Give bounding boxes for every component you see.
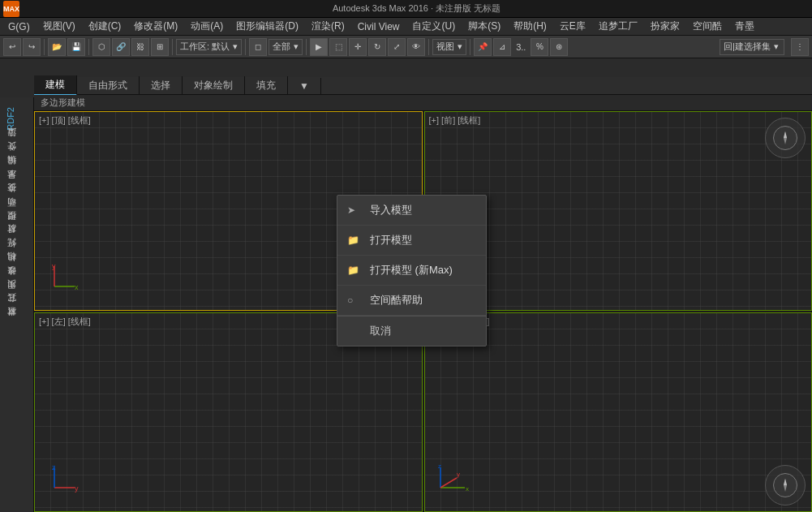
breadcrumb-text: 多边形建模 [41, 97, 85, 109]
sidebar-tab-utility[interactable]: 实用 [2, 290, 32, 303]
menu-item-civil-view[interactable]: Civil View [351, 19, 406, 34]
axes-left: y z [50, 463, 83, 496]
compass-front [765, 118, 806, 158]
ctx-icon-import-model: ➤ [347, 204, 355, 216]
app-logo: MAX [3, 1, 19, 17]
ctx-item-space-help[interactable]: ○空间酷帮助 [337, 286, 486, 316]
snap-btn[interactable]: 📌 [474, 38, 492, 56]
ctx-label-open-model-new: 打开模型 (新Max) [370, 263, 453, 278]
spinner-btn[interactable]: ⊛ [550, 38, 568, 56]
ctx-label-open-model: 打开模型 [370, 233, 412, 247]
sub-tab-object-paint[interactable]: 对象绘制 [183, 76, 245, 95]
menu-item-dreamcraft[interactable]: 追梦工厂 [592, 18, 644, 35]
sub-tab-fill[interactable]: 填充 [245, 76, 288, 95]
sidebar-tab-transform[interactable]: 变换 [2, 193, 32, 206]
sep6 [428, 39, 429, 55]
sub-tab-more[interactable]: ▼ [288, 78, 321, 94]
select-filter-btn[interactable]: ◻ [249, 38, 267, 56]
viewport-label-top: [+] [顶] [线框] [39, 114, 91, 127]
sidebar-tab-camera[interactable]: 相机 [2, 262, 32, 275]
bind-btn[interactable]: ⊞ [151, 38, 169, 56]
menu-item-view[interactable]: 视图(V) [37, 18, 82, 35]
view-btn[interactable]: 👁 [407, 38, 425, 56]
ctx-item-import-model[interactable]: ➤导入模型 [337, 196, 486, 226]
sidebar-tab-other[interactable]: 其它 [2, 303, 32, 316]
sep5 [306, 39, 307, 55]
angle-snap-btn[interactable]: ⊿ [493, 38, 511, 56]
sub-tab-freeform[interactable]: 自由形式 [77, 76, 140, 95]
ctx-label-cancel: 取消 [370, 324, 391, 338]
menu-item-script[interactable]: 脚本(S) [462, 18, 507, 35]
menu-item-space[interactable]: 空间酷 [686, 18, 728, 35]
ctx-item-open-model[interactable]: 📁打开模型 [337, 226, 486, 256]
save-btn[interactable]: 💾 [67, 38, 85, 56]
link-btn[interactable]: 🔗 [112, 38, 130, 56]
sidebar-tab-edit[interactable]: 编辑 [2, 166, 32, 179]
select-btn[interactable]: ▶ [310, 38, 328, 56]
ctx-icon-open-model-new: 📁 [347, 265, 359, 276]
title-bar: MAX Autodesk 3ds Max 2016 · 未注册版 无标题 [0, 0, 812, 18]
svg-line-18 [440, 478, 457, 488]
ctx-label-import-model: 导入模型 [370, 203, 412, 217]
menu-item-modifier[interactable]: 修改器(M) [127, 18, 184, 35]
scene-select-dropdown[interactable]: 回|建选择集 ▾ [720, 39, 784, 55]
ctx-item-open-model-new[interactable]: 📁打开模型 (新Max) [337, 256, 486, 286]
menu-item-rendering[interactable]: 渲染(R) [305, 18, 351, 35]
menu-bar: G(G)视图(V)创建(C)修改器(M)动画(A)图形编辑器(D)渲染(R)Ci… [0, 18, 812, 36]
menu-item-shape-editor[interactable]: 图形编辑器(D) [230, 18, 305, 35]
compass-inner-persp [773, 473, 797, 497]
sidebar-tab-display[interactable]: 显示 [2, 179, 32, 192]
count-display: 3.. [513, 42, 529, 52]
extra-btn[interactable]: ⋮ [791, 38, 809, 56]
sub-tab-build[interactable]: 建模 [34, 75, 77, 96]
workspace-dropdown[interactable]: 工作区: 默认 ▾ [176, 39, 242, 55]
sep4 [245, 39, 246, 55]
menu-item-game[interactable]: G(G) [2, 19, 37, 34]
menu-item-house[interactable]: 扮家家 [644, 18, 686, 35]
select-all-dropdown[interactable]: 全部 ▾ [269, 39, 303, 55]
menu-item-cloud[interactable]: 云E库 [553, 18, 592, 35]
move-btn[interactable]: ✛ [349, 38, 367, 56]
compass-svg [777, 130, 793, 146]
menu-item-qing[interactable]: 青墨 [728, 18, 761, 35]
sep2 [88, 39, 89, 55]
menu-item-help[interactable]: 帮助(H) [507, 18, 553, 35]
sub-tab-select[interactable]: 选择 [140, 76, 183, 95]
svg-text:y: y [457, 471, 460, 478]
scale-btn[interactable]: ⤢ [388, 38, 406, 56]
undo-btn[interactable]: ↩ [3, 38, 21, 56]
redo-btn[interactable]: ↪ [23, 38, 41, 56]
view-mode-dropdown[interactable]: 视图 ▾ [432, 39, 466, 55]
sidebar-tab-file[interactable]: 文件 [2, 152, 32, 165]
window-title: Autodesk 3ds Max 2016 · 未注册版 无标题 [24, 2, 809, 15]
select-region-btn[interactable]: ⬚ [329, 38, 347, 56]
select-obj-btn[interactable]: ⬡ [92, 38, 110, 56]
viewport-label-front: [+] [前] [线框] [429, 114, 481, 127]
axes-top: x y [50, 262, 83, 295]
ctx-item-cancel[interactable]: 取消 [337, 316, 486, 346]
viewport-label-left: [+] [左] [线框] [39, 316, 91, 328]
svg-marker-15 [784, 479, 787, 485]
sidebar-tab-rdf2[interactable]: RDF2 [2, 101, 32, 137]
svg-text:z: z [438, 463, 441, 470]
sidebar-tab-material[interactable]: 材质 [2, 234, 32, 247]
menu-item-create[interactable]: 创建(C) [82, 18, 128, 35]
sidebar-tab-modify[interactable]: 修改 [2, 276, 32, 289]
sidebar-tab-light[interactable]: 灯光 [2, 248, 32, 261]
svg-text:y: y [75, 484, 79, 493]
unlink-btn[interactable]: ⛓ [131, 38, 149, 56]
sidebar-tab-animation[interactable]: 动画 [2, 207, 32, 220]
left-sidebar: RDF2渲染文件编辑显示变换动画模型材质灯光相机修改实用其它素材 [0, 97, 34, 512]
context-menu: ➤导入模型📁打开模型📁打开模型 (新Max)○空间酷帮助取消 [337, 195, 487, 346]
sep3 [172, 39, 173, 55]
menu-item-animation[interactable]: 动画(A) [184, 18, 230, 35]
sidebar-tab-model[interactable]: 模型 [2, 221, 32, 234]
svg-text:z: z [52, 463, 56, 471]
percent-btn[interactable]: % [531, 38, 548, 56]
sidebar-tab-material2[interactable]: 素材 [2, 317, 32, 330]
rotate-btn[interactable]: ↻ [368, 38, 386, 56]
ctx-icon-space-help: ○ [347, 295, 353, 306]
open-btn[interactable]: 📂 [48, 38, 66, 56]
sidebar-tab-render[interactable]: 渲染 [2, 138, 32, 151]
menu-item-custom[interactable]: 自定义(U) [406, 18, 462, 35]
